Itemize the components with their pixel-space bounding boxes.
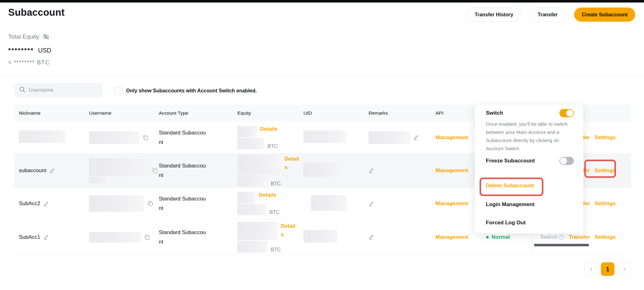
switch-filter-checkbox[interactable] <box>115 87 122 95</box>
prev-page-button[interactable] <box>584 262 598 276</box>
login-management-item[interactable]: Login Management <box>486 201 574 208</box>
nickname: SubAcc1 <box>19 234 40 240</box>
settings-popup: Switch Once enabled, you'll be able to s… <box>475 105 583 233</box>
popup-switch-row: Switch <box>486 109 574 117</box>
redacted-equity <box>237 192 256 203</box>
status-dot <box>486 236 489 238</box>
switch-description: Once enabled, you'll be able to switch b… <box>486 120 574 153</box>
equity-details-link[interactable]: Details <box>281 222 296 239</box>
edit-remark-icon[interactable] <box>369 167 375 173</box>
username-search[interactable] <box>14 83 103 97</box>
popup-freeze-row: Freeze Subaccount <box>486 157 574 165</box>
transfer-link[interactable]: Transfer <box>569 234 590 240</box>
redacted-uid <box>303 162 344 177</box>
btc-unit: BTC <box>37 59 50 66</box>
next-page-button[interactable] <box>618 262 631 276</box>
account-type: Standard Subaccount <box>159 128 207 147</box>
account-type: Standard Subaccount <box>159 161 207 180</box>
col-remarks: Remarks <box>369 110 436 116</box>
copy-icon[interactable] <box>147 200 153 207</box>
transfer-history-button[interactable]: Transfer History <box>467 8 521 22</box>
redacted-uid <box>311 195 347 211</box>
settings-link[interactable]: Settings <box>595 200 616 207</box>
browser-edge-bar <box>0 0 644 3</box>
chevron-right-icon <box>622 267 627 272</box>
edit-remark-icon[interactable] <box>369 234 375 240</box>
equity-details-link[interactable]: Details <box>285 155 302 172</box>
col-username: Username <box>89 110 159 116</box>
eye-off-icon[interactable] <box>42 33 50 41</box>
freeze-label: Freeze Subaccount <box>486 158 535 164</box>
header-actions: Transfer History Transfer Create Subacco… <box>467 8 635 22</box>
switch-label: Switch <box>486 110 503 116</box>
status-badge: Normal <box>486 234 536 240</box>
horizontal-scrollbar-thumb[interactable] <box>534 244 589 246</box>
api-management-link[interactable]: Management <box>436 134 468 140</box>
edit-nickname-icon[interactable] <box>43 234 49 240</box>
settings-link[interactable]: Settings <box>595 167 616 174</box>
equity-details-link[interactable]: Details <box>260 126 278 132</box>
redacted-equity-btc <box>237 241 268 253</box>
delete-subaccount-item[interactable]: Delete Subaccount <box>486 183 574 189</box>
api-management-link[interactable]: Management <box>436 234 468 240</box>
hidden-btc-value: ******** <box>14 59 35 66</box>
page-title: Subaccount <box>8 7 64 18</box>
redacted-username <box>89 158 149 176</box>
redacted-username <box>89 177 108 183</box>
hidden-usd-value: ******** <box>8 47 34 54</box>
redacted-equity <box>237 155 281 174</box>
col-nickname: Nickname <box>19 110 89 116</box>
subaccount-page: Subaccount Transfer History Transfer Cre… <box>0 0 644 290</box>
redacted-uid <box>303 230 337 243</box>
edit-nickname-icon[interactable] <box>43 201 49 207</box>
search-input[interactable] <box>29 87 98 93</box>
usd-unit: USD <box>38 47 51 54</box>
section-divider <box>0 76 644 76</box>
redacted-remark <box>369 131 410 144</box>
switch-toggle-on[interactable] <box>559 109 574 117</box>
switch-filter: Only show Subaccounts with Account Switc… <box>115 84 257 98</box>
account-type: Standard Subaccount <box>159 228 207 247</box>
edit-remark-icon[interactable] <box>369 201 375 207</box>
api-management-link[interactable]: Management <box>436 200 468 206</box>
equity-details-link[interactable]: Details <box>259 192 276 198</box>
copy-icon[interactable] <box>142 134 149 141</box>
redacted-equity-btc <box>237 175 268 187</box>
col-uid: UID <box>303 110 369 116</box>
create-subaccount-button[interactable]: Create Subaccount <box>574 8 635 22</box>
edit-remark-icon[interactable] <box>413 134 419 140</box>
edit-nickname-icon[interactable] <box>49 167 55 173</box>
account-type: Standard Subaccount <box>159 194 207 213</box>
transfer-button[interactable]: Transfer <box>530 8 565 22</box>
sticky-column-divider <box>532 234 533 254</box>
switch-filter-label: Only show Subaccounts with Account Switc… <box>126 88 257 94</box>
total-equity-btc: ≈ ******** BTC <box>8 59 50 66</box>
redacted-nickname <box>19 130 65 143</box>
col-equity: Equity <box>237 110 303 116</box>
btc-label: BTC <box>269 210 280 215</box>
btc-label: BTC <box>271 247 281 253</box>
settings-link[interactable]: Settings <box>595 234 616 240</box>
question-circle-icon: ? <box>558 234 564 240</box>
redacted-username <box>89 195 144 212</box>
search-icon <box>19 86 26 94</box>
redacted-username <box>89 232 141 243</box>
settings-link[interactable]: Settings <box>595 134 616 141</box>
switch-link-disabled[interactable]: Switch ? <box>540 234 564 240</box>
copy-icon[interactable] <box>144 234 150 240</box>
nickname: subaccount <box>19 167 46 174</box>
nickname: SubAcc2 <box>19 200 40 207</box>
total-equity-usd: ******** USD <box>8 47 51 54</box>
api-management-link[interactable]: Management <box>436 167 468 173</box>
redacted-equity <box>237 222 278 240</box>
copy-icon[interactable] <box>152 167 158 174</box>
page-1-button[interactable]: 1 <box>601 262 614 276</box>
redacted-equity-btc <box>237 138 264 149</box>
redacted-equity-btc <box>237 204 266 215</box>
total-equity-label: Total Equity <box>8 33 50 41</box>
chevron-left-icon <box>589 267 594 272</box>
freeze-toggle-off[interactable] <box>559 157 574 165</box>
forced-log-out-item[interactable]: Forced Log Out <box>486 220 574 226</box>
col-account-type: Account Type <box>159 110 237 116</box>
redacted-username <box>89 131 139 144</box>
